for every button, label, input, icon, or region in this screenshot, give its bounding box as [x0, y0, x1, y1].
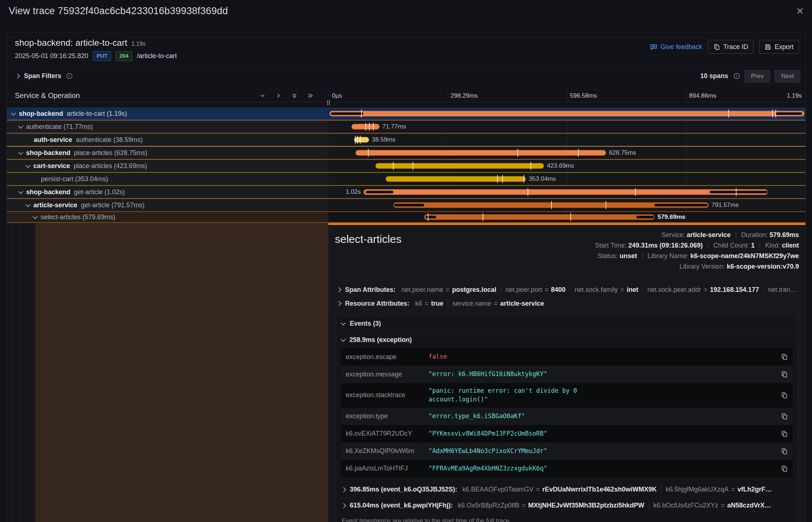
chevron-right-icon	[15, 73, 20, 78]
span-bar[interactable]	[354, 137, 369, 143]
resource-attributes-row[interactable]: Resource Attributes: k6=trueservice.name…	[334, 297, 800, 310]
span-row[interactable]: persist-cart (353.04ms)353.04ms	[7, 173, 805, 186]
events-header[interactable]: Events (3)	[336, 316, 798, 331]
span-tree-cell[interactable]: authenticate (71.77ms)	[7, 121, 328, 133]
attribute-value: 192.168.154.177	[710, 286, 759, 293]
timeline-cell[interactable]: 1.02s	[328, 186, 805, 198]
span-duration-label: 628.75ms	[609, 147, 636, 159]
collapse-all-button[interactable]	[291, 93, 298, 99]
span-boundary-tick	[578, 149, 579, 157]
timeline-gridline	[448, 134, 448, 146]
span-metadata: Service: article-serviceDuration: 579.69…	[595, 230, 799, 272]
copy-button[interactable]	[776, 392, 793, 399]
copy-button[interactable]	[776, 413, 793, 420]
span-bar[interactable]	[356, 150, 606, 156]
span-bar[interactable]	[386, 176, 526, 182]
expand-chevron-icon[interactable]	[18, 150, 23, 155]
span-row[interactable]: shop-backendplace-articles (628.75ms)628…	[7, 147, 805, 160]
equals-sign: =	[536, 486, 540, 493]
prev-button[interactable]: Prev	[745, 70, 770, 83]
copy-button[interactable]	[776, 465, 793, 472]
attribute-chip: k6.BEAAOFvp0TaamGV=rEvDUaNwrrixlTb1e462s…	[462, 486, 657, 493]
copy-button[interactable]	[776, 448, 793, 455]
span-tree-cell[interactable]: cart-serviceplace-articles (423.69ms)	[7, 160, 328, 172]
span-tree-cell[interactable]: shop-backendget-article (1.02s)	[7, 186, 328, 198]
attribute-key: k6.XeZKMsQIP0lvW6m	[341, 447, 428, 455]
expand-one-button[interactable]	[275, 93, 282, 99]
attribute-chip: k6.bOclUs4zFCu2XYz=aN58czdVrX…	[653, 502, 771, 509]
event-row[interactable]: 396.85ms (event_k6.oQ35JBJ52S):k6.BEAAOF…	[336, 482, 798, 498]
span-tree-cell[interactable]: shop-backendplace-articles (628.75ms)	[7, 147, 328, 159]
detail-meta-value: unset	[620, 252, 637, 260]
copy-button[interactable]	[776, 353, 793, 360]
span-row[interactable]: select-articles (579.69ms)579.69ms	[7, 212, 805, 223]
span-boundary-tick	[373, 123, 374, 131]
span-row[interactable]: auth-serviceauthenticate (38.59ms)38.59m…	[7, 134, 805, 147]
give-feedback-link[interactable]: Give feedback	[650, 43, 702, 51]
detail-meta-item: Child Count: 1	[713, 242, 755, 249]
timeline-cell[interactable]: 353.04ms	[328, 173, 805, 185]
timeline-cell[interactable]	[328, 107, 805, 120]
span-bar[interactable]	[424, 215, 655, 220]
chevron-right-icon	[341, 487, 346, 492]
trace-id-button[interactable]: Trace ID	[708, 40, 754, 54]
detail-meta-value: 579.69ms	[770, 231, 799, 238]
span-tree-cell[interactable]: select-articles (579.69ms)	[7, 212, 328, 222]
timeline-cell[interactable]: 579.69ms	[328, 212, 805, 222]
next-button[interactable]: Next	[775, 70, 800, 83]
indent-guides	[7, 223, 35, 522]
trace-drawer: { "page": { "title": "View trace 75932f4…	[0, 0, 812, 522]
export-button[interactable]: Export	[759, 40, 799, 54]
timeline-gridline	[686, 121, 686, 133]
expand-chevron-icon[interactable]	[33, 214, 38, 219]
span-tree-cell[interactable]: shop-backendarticle-to-cart (1.19s)	[7, 107, 328, 120]
span-filters-toggle[interactable]: Span Filters	[16, 72, 73, 80]
event-exception-header[interactable]: 258.9ms (exception)	[336, 331, 798, 348]
expand-chevron-icon[interactable]	[18, 189, 23, 194]
copy-button[interactable]	[776, 371, 793, 378]
detail-meta-label: Service:	[661, 231, 687, 238]
timeline-cell[interactable]: 423.69ms	[328, 160, 805, 172]
span-operation: place-articles (423.69ms)	[74, 162, 147, 170]
expand-chevron-icon[interactable]	[25, 163, 30, 168]
span-row[interactable]: authenticate (71.77ms)71.77ms	[7, 121, 805, 134]
span-row[interactable]: shop-backendarticle-to-cart (1.19s)	[7, 107, 805, 121]
collapse-one-button[interactable]	[259, 93, 266, 99]
span-boundary-tick	[528, 188, 528, 196]
trace-title: shop-backend: article-to-cart	[15, 38, 127, 48]
expand-chevron-icon[interactable]	[18, 124, 23, 129]
separator	[736, 232, 736, 238]
close-button[interactable]	[794, 5, 806, 17]
resource-attributes-label: Resource Attributes:	[345, 300, 409, 307]
expand-all-button[interactable]	[307, 93, 313, 99]
span-row[interactable]: shop-backendget-article (1.02s)1.02s	[7, 186, 805, 199]
span-bar[interactable]	[376, 163, 544, 169]
span-row[interactable]: cart-serviceplace-articles (423.69ms)423…	[7, 160, 805, 173]
span-attributes-row[interactable]: Span Attributes: net.peer.name=postgres.…	[334, 283, 800, 297]
expand-chevron-icon[interactable]	[25, 202, 30, 207]
span-operation: article-to-cart (1.19s)	[67, 110, 127, 118]
timeline-cell[interactable]: 791.57ms	[328, 199, 805, 211]
span-bar[interactable]	[329, 111, 805, 117]
timeline-gridline	[686, 134, 686, 146]
span-row[interactable]: article-serviceget-article (791.57ms)791…	[7, 199, 805, 212]
span-tree-cell[interactable]: auth-serviceauthenticate (38.59ms)	[7, 134, 328, 146]
timeline-gridline	[448, 121, 448, 133]
span-tree-cell[interactable]: persist-cart (353.04ms)	[7, 173, 328, 185]
timeline-cell[interactable]: 71.77ms	[328, 121, 805, 133]
span-bar[interactable]	[364, 189, 768, 195]
span-tree-cell[interactable]: article-serviceget-article (791.57ms)	[7, 199, 328, 211]
detail-meta-label: Library Version:	[680, 263, 727, 270]
expand-chevron-icon[interactable]	[11, 111, 16, 116]
timeline-tick-label: 0μs	[332, 89, 342, 102]
span-boundary-tick	[517, 149, 518, 157]
copy-icon	[781, 353, 788, 360]
span-duration-label: 38.59ms	[372, 134, 395, 146]
column-resizer[interactable]	[327, 100, 330, 105]
attribute-value: true	[431, 300, 443, 307]
timeline-cell[interactable]: 628.75ms	[328, 147, 805, 159]
copy-button[interactable]	[776, 430, 793, 437]
timeline-cell[interactable]: 38.59ms	[328, 134, 805, 146]
span-duration-label: 579.69ms	[657, 212, 685, 222]
event-row[interactable]: 615.04ms (event_k6.pwpiYHjFhj):k6.Ox5rB8…	[336, 498, 798, 514]
